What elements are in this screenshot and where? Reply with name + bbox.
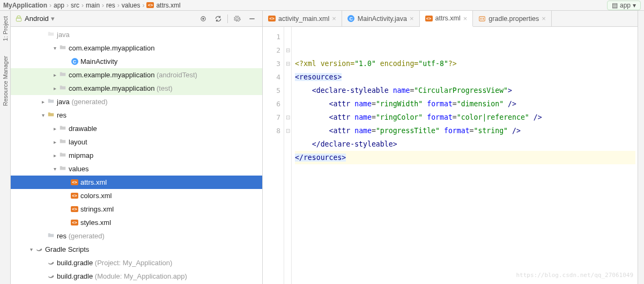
expand-arrow-icon[interactable]: ▸ <box>51 72 58 78</box>
sync-button[interactable] <box>212 13 224 25</box>
tree-node[interactable]: ▾values <box>11 162 262 176</box>
chevron-down-icon: ▾ <box>51 14 55 23</box>
breadcrumb-segment[interactable]: main <box>86 2 100 9</box>
code-line[interactable]: </declare-styleable> <box>295 137 635 151</box>
breadcrumb: MyApplication › app › src › main › res ›… <box>0 0 644 11</box>
expand-arrow-icon[interactable]: ▸ <box>40 99 46 105</box>
sidebar-tab-resource-manager[interactable]: Resource Manager <box>2 53 9 110</box>
line-number[interactable]: 5 <box>263 84 280 97</box>
tree-node[interactable]: ▸com.example.myapplication (androidTest) <box>11 68 262 82</box>
package-icon <box>47 30 55 39</box>
gradle-icon <box>478 15 486 23</box>
editor-fold-bar[interactable]: ⊟⊟⊡⊡ <box>284 27 292 284</box>
gradle-icon <box>35 245 43 254</box>
tree-node[interactable]: ▸drawable <box>11 122 262 135</box>
breadcrumb-segment[interactable]: src <box>71 2 79 9</box>
breadcrumb-segment[interactable]: app <box>54 2 64 9</box>
fold-marker[interactable] <box>284 70 291 84</box>
package-icon <box>59 43 66 53</box>
code-line[interactable]: <attr name="ringWidth" format="dimension… <box>295 97 635 111</box>
line-number[interactable]: 6 <box>263 97 280 111</box>
folder-icon <box>59 164 66 173</box>
close-icon[interactable]: × <box>463 14 468 23</box>
editor-tab[interactable]: <>activity_main.xml× <box>263 11 342 26</box>
tree-node[interactable]: build.gradle (Project: My_Application) <box>11 256 262 270</box>
fold-marker[interactable] <box>284 97 291 111</box>
project-view-label: Android <box>25 14 49 23</box>
close-icon[interactable]: × <box>542 14 546 23</box>
fold-marker[interactable] <box>284 84 291 97</box>
code-editor[interactable]: <?xml version="1.0" encoding="utf-8"?><r… <box>292 27 638 284</box>
module-selector[interactable]: ▤ app ▾ <box>607 1 641 10</box>
code-line[interactable]: <?xml version="1.0" encoding="utf-8"?> <box>295 57 635 70</box>
select-target-button[interactable] <box>197 13 209 25</box>
svg-point-1 <box>203 18 204 19</box>
breadcrumb-segment[interactable]: res <box>106 2 115 9</box>
breadcrumb-segment[interactable]: values <box>122 2 140 9</box>
editor-tab[interactable]: <>attrs.xml× <box>420 11 473 27</box>
editor-tab-label: MainActivity.java <box>358 15 407 23</box>
line-number[interactable]: 3 <box>263 57 280 70</box>
expand-arrow-icon[interactable]: ▸ <box>51 152 58 158</box>
expand-arrow-icon[interactable]: ▸ <box>51 85 58 91</box>
tree-node[interactable]: ▾com.example.myapplication <box>11 41 262 55</box>
tree-node[interactable]: CMainActivity <box>11 55 262 68</box>
tree-node[interactable]: <>styles.xml <box>11 216 262 229</box>
tree-node[interactable]: build.gradle (Module: My_Application.app… <box>11 270 262 283</box>
sidebar-tab-project[interactable]: 1: Project <box>2 13 9 44</box>
tree-node[interactable]: <>colors.xml <box>11 189 262 202</box>
tree-node-label: java (generated) <box>56 98 108 106</box>
expand-arrow-icon[interactable]: ▸ <box>51 139 58 145</box>
tree-node[interactable]: ▾Gradle Scripts <box>11 243 262 256</box>
line-number[interactable]: 7 <box>263 111 280 124</box>
project-view-selector[interactable]: Android ▾ <box>15 14 55 23</box>
breadcrumb-project[interactable]: MyApplication <box>3 2 47 9</box>
fold-marker[interactable]: ⊟ <box>284 43 291 57</box>
code-line[interactable]: <attr name="ringColor" format="color|ref… <box>295 111 635 124</box>
code-line[interactable]: <resources> <box>295 70 635 84</box>
line-number[interactable]: 2 <box>263 43 280 57</box>
code-line[interactable]: </resources> <box>295 151 635 164</box>
expand-arrow-icon[interactable]: ▾ <box>51 166 58 172</box>
fold-marker[interactable]: ⊟ <box>284 57 291 70</box>
fold-marker[interactable]: ⊡ <box>284 124 291 137</box>
tree-node[interactable]: res (generated) <box>11 229 262 243</box>
editor-area: <>activity_main.xml×CMainActivity.java×<… <box>263 11 638 284</box>
line-number[interactable]: 1 <box>263 30 280 43</box>
expand-arrow-icon[interactable]: ▸ <box>51 126 58 132</box>
tree-node[interactable]: ▸layout <box>11 135 262 149</box>
breadcrumb-file[interactable]: attrs.xml <box>156 2 180 9</box>
expand-arrow-icon[interactable]: ▾ <box>40 112 46 118</box>
left-tool-rail: 1: Project . Resource Manager <box>0 11 11 284</box>
fold-marker[interactable]: ⊡ <box>284 111 291 124</box>
collapse-button[interactable] <box>246 13 258 25</box>
tree-node[interactable]: java <box>11 28 262 41</box>
expand-arrow-icon[interactable]: ▾ <box>51 45 58 51</box>
code-line[interactable]: <attr name="progressTitle" format="strin… <box>295 124 635 137</box>
expand-arrow-icon[interactable]: ▾ <box>28 246 34 252</box>
editor-tab[interactable]: CMainActivity.java× <box>342 11 420 26</box>
tree-node[interactable]: ▸com.example.myapplication (test) <box>11 82 262 95</box>
fold-marker[interactable] <box>284 30 291 43</box>
close-icon[interactable]: × <box>410 14 414 23</box>
right-tool-rail <box>638 11 644 284</box>
editor-gutter[interactable]: 12345678 <box>263 27 284 284</box>
tree-node[interactable]: ▸mipmap <box>11 149 262 162</box>
tree-node[interactable]: ▾res <box>11 108 262 122</box>
editor-tab[interactable]: gradle.properties× <box>473 11 551 26</box>
line-number[interactable]: 8 <box>263 124 280 137</box>
editor-tab-label: gradle.properties <box>488 15 539 23</box>
tree-node[interactable]: <>attrs.xml <box>11 176 262 189</box>
watermark: https://blog.csdn.net/qq_27061049 <box>516 268 633 282</box>
tree-node[interactable]: ▸java (generated) <box>11 95 262 108</box>
editor-tab-label: attrs.xml <box>435 14 461 22</box>
line-number[interactable]: 4 <box>263 70 280 84</box>
close-icon[interactable]: × <box>332 14 336 23</box>
xml-file-icon: <> <box>146 2 154 9</box>
project-tree[interactable]: java▾com.example.myapplicationCMainActiv… <box>11 27 262 284</box>
code-line[interactable]: <declare-styleable name="CircularProgres… <box>295 84 635 97</box>
settings-button[interactable] <box>231 13 243 25</box>
folder-icon <box>59 137 66 147</box>
tree-node[interactable]: <>strings.xml <box>11 202 262 216</box>
gradle-icon <box>47 258 55 267</box>
